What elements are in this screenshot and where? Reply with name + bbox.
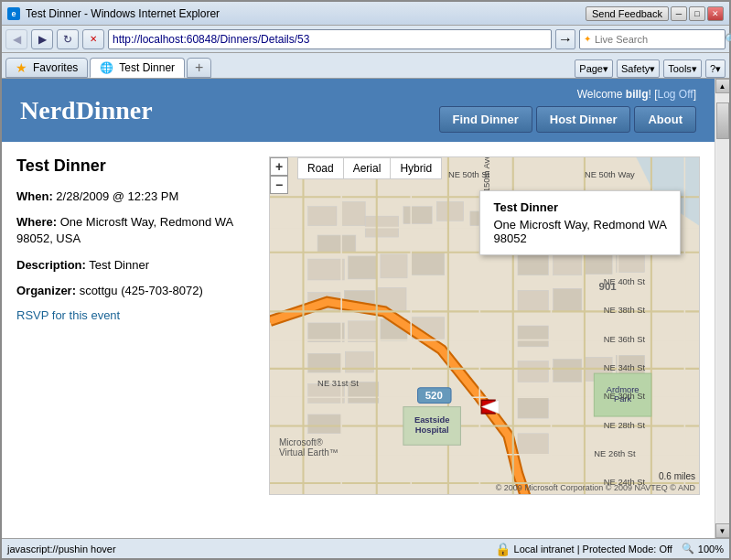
map-tabs: Road Aerial Hybrid xyxy=(297,157,442,179)
dinner-organizer: Organizer: scottgu (425-703-8072) xyxy=(16,283,254,299)
stop-button[interactable]: ✕ xyxy=(82,29,104,49)
svg-text:NE 34th St: NE 34th St xyxy=(604,363,646,372)
page-area: NerdDinner Welcome billg! [Log Off] Find… xyxy=(2,79,729,538)
zoom-icon: 🔍 xyxy=(682,543,694,555)
about-button[interactable]: About xyxy=(634,106,696,133)
svg-rect-33 xyxy=(554,288,582,311)
svg-rect-23 xyxy=(308,415,341,434)
svg-text:Eastside: Eastside xyxy=(414,415,450,425)
favorites-button[interactable]: ★ Favorites xyxy=(5,58,88,78)
page-menu-button[interactable]: Page▾ xyxy=(575,59,613,78)
svg-rect-10 xyxy=(381,254,407,278)
scroll-thumb[interactable] xyxy=(716,102,729,139)
scroll-track[interactable] xyxy=(716,93,729,523)
scroll-down-button[interactable]: ▼ xyxy=(715,523,730,538)
road-tab-label: Road xyxy=(307,162,334,175)
zoom-text: 100% xyxy=(698,544,724,555)
zoom-out-button[interactable]: − xyxy=(270,176,288,194)
svg-rect-1 xyxy=(308,207,337,226)
search-area: ✦ 🔍 xyxy=(579,29,726,49)
svg-rect-29 xyxy=(554,253,582,275)
logoff-link[interactable]: Log Off xyxy=(658,88,693,101)
tooltip-title: Test Dinner xyxy=(493,200,667,214)
window-title: Test Dinner - Windows Internet Explorer xyxy=(26,7,220,20)
svg-rect-6 xyxy=(436,202,463,221)
minimize-button[interactable]: ─ xyxy=(671,6,687,21)
map-tooltip: Test Dinner One Microsft Way, Redmond WA… xyxy=(479,190,681,255)
live-search-icon: ✦ xyxy=(584,34,591,44)
svg-rect-36 xyxy=(554,359,582,382)
map-container: 520 Eastside Hospital Ardmore Park 150th… xyxy=(269,156,700,495)
svg-rect-15 xyxy=(308,323,345,342)
search-go-icon[interactable]: 🔍 xyxy=(725,33,731,46)
back-button[interactable]: ◀ xyxy=(5,29,27,49)
refresh-button[interactable]: ↻ xyxy=(57,29,79,49)
tooltip-address: One Microsft Way, Redmond WA xyxy=(493,218,667,232)
status-text: javascript://pushin hover xyxy=(7,544,488,555)
svg-rect-11 xyxy=(411,253,444,275)
description-label: Description: xyxy=(16,258,86,272)
svg-text:NE 30th St: NE 30th St xyxy=(604,392,646,401)
page-content: NerdDinner Welcome billg! [Log Off] Find… xyxy=(2,79,715,538)
where-label: Where: xyxy=(16,215,57,229)
zoom-info: 🔍 100% xyxy=(682,543,724,555)
safety-menu-button[interactable]: Safety▾ xyxy=(617,59,660,78)
svg-rect-35 xyxy=(518,361,548,382)
svg-text:NE 28th St: NE 28th St xyxy=(604,421,646,430)
browser-tab[interactable]: 🌐 Test Dinner xyxy=(90,58,185,78)
svg-rect-28 xyxy=(518,254,548,275)
svg-rect-34 xyxy=(518,326,548,347)
svg-rect-8 xyxy=(308,259,345,280)
tools-menu-button[interactable]: Tools▾ xyxy=(663,59,702,78)
scroll-up-button[interactable]: ▲ xyxy=(715,79,730,93)
organizer-value: scottgu (425-703-8072) xyxy=(80,284,203,297)
forward-button[interactable]: ▶ xyxy=(31,29,53,49)
zone-text: Local intranet | Protected Mode: Off xyxy=(514,544,672,555)
svg-rect-19 xyxy=(308,353,341,372)
url-input[interactable] xyxy=(113,33,547,46)
dinner-where: Where: One Microsft Way, Redmond WA 9805… xyxy=(16,214,254,247)
svg-text:NE 26th St: NE 26th St xyxy=(594,449,636,458)
svg-rect-9 xyxy=(348,256,376,279)
search-input[interactable] xyxy=(595,34,721,45)
close-button[interactable]: ✕ xyxy=(707,6,724,21)
host-dinner-button[interactable]: Host Dinner xyxy=(536,106,631,133)
scale-text: 0.6 miles xyxy=(659,471,695,481)
help-button[interactable]: ?▾ xyxy=(705,59,726,78)
title-bar-left: e Test Dinner - Windows Internet Explore… xyxy=(7,7,220,20)
dinner-when: When: 2/28/2009 @ 12:23 PM xyxy=(16,188,254,205)
zoom-in-button[interactable]: + xyxy=(270,157,288,176)
welcome-message: Welcome billg! [Log Off] xyxy=(577,88,696,101)
ie-icon: e xyxy=(7,7,20,20)
svg-rect-40 xyxy=(518,434,548,455)
browser-window: e Test Dinner - Windows Internet Explore… xyxy=(0,0,731,560)
ms-earth-label: Microsoft® xyxy=(279,437,323,447)
aerial-tab[interactable]: Aerial xyxy=(343,157,391,179)
tabs-bar: ★ Favorites 🌐 Test Dinner + Page▾ Safety… xyxy=(2,53,729,79)
send-feedback-button[interactable]: Send Feedback xyxy=(586,6,669,21)
map-attribution: © 2009 Microsoft Corporation © 2009 NAVT… xyxy=(496,483,695,492)
dinner-description: Description: Test Dinner xyxy=(16,257,254,274)
svg-text:NE 38th St: NE 38th St xyxy=(604,306,646,315)
go-button[interactable]: → xyxy=(555,29,575,49)
dinner-info: Test Dinner When: 2/28/2009 @ 12:23 PM W… xyxy=(16,156,254,495)
when-label: When: xyxy=(16,189,53,203)
favorites-star-icon: ★ xyxy=(16,60,27,75)
svg-text:NE 36th St: NE 36th St xyxy=(604,335,646,344)
username: billg xyxy=(626,88,649,101)
svg-text:901: 901 xyxy=(599,281,618,292)
hybrid-tab[interactable]: Hybrid xyxy=(390,157,442,179)
zone-icon: 🔒 xyxy=(495,542,511,556)
vertical-scrollbar[interactable]: ▲ ▼ xyxy=(715,79,729,538)
svg-text:NE 50th Way: NE 50th Way xyxy=(585,170,635,179)
new-tab-button[interactable]: + xyxy=(187,58,211,78)
rsvp-link[interactable]: RSVP for this event xyxy=(16,308,120,322)
svg-rect-2 xyxy=(341,202,365,226)
attribution-text: © 2009 Microsoft Corporation © 2009 NAVT… xyxy=(496,483,695,492)
tab-icon: 🌐 xyxy=(100,61,113,74)
road-tab[interactable]: Road xyxy=(297,157,343,179)
maximize-button[interactable]: □ xyxy=(689,6,705,21)
svg-text:NE 50th St: NE 50th St xyxy=(448,170,490,179)
find-dinner-button[interactable]: Find Dinner xyxy=(439,106,532,133)
hybrid-tab-label: Hybrid xyxy=(400,162,432,175)
